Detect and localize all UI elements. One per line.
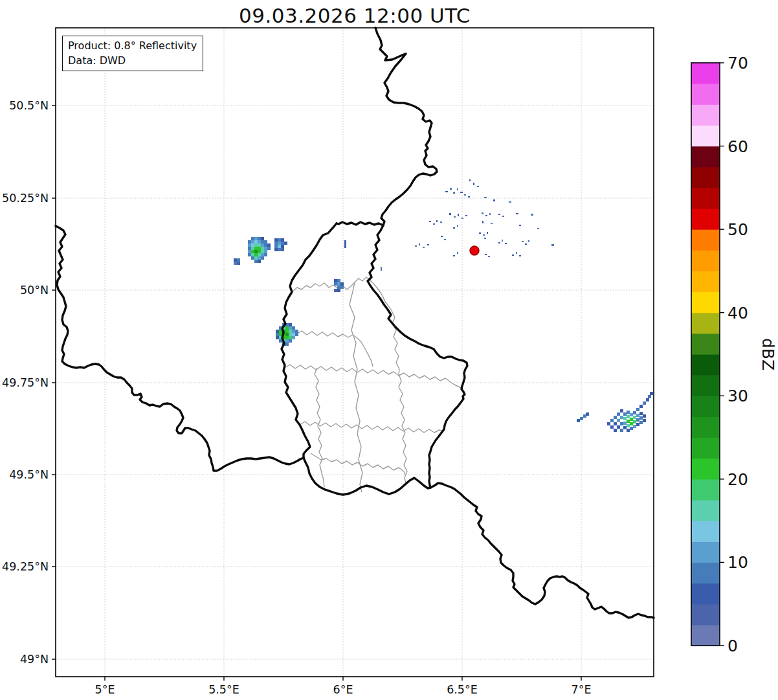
- radar-echo-cell: [643, 414, 646, 418]
- radar-echo-cell: [254, 237, 258, 240]
- radar-echo-cell: [292, 336, 295, 339]
- radar-echo-cell: [633, 420, 636, 423]
- radar-speckle: [469, 179, 471, 181]
- radar-speckle: [537, 228, 539, 229]
- colorbar-segment: [691, 333, 720, 355]
- radar-speckle: [436, 220, 438, 222]
- radar-echo-cell: [267, 243, 271, 247]
- radar-speckle: [453, 227, 455, 229]
- district-border: [311, 453, 405, 475]
- colorbar-segment: [691, 583, 720, 605]
- product-info-line1: Product: 0.8° Reflectivity: [68, 38, 197, 53]
- colorbar-segment: [691, 541, 720, 563]
- radar-echo-cell: [237, 258, 240, 262]
- y-tick-label: 50.5°N: [9, 99, 49, 112]
- radar-speckle: [458, 214, 459, 216]
- radar-echo-cell: [614, 429, 617, 432]
- colorbar-segment: [691, 104, 720, 126]
- radar-speckle: [344, 240, 346, 248]
- radar-echo-cell: [237, 262, 240, 265]
- radar-speckle: [453, 192, 455, 194]
- colorbar-segment: [691, 604, 720, 626]
- radar-echo-cell: [639, 416, 643, 420]
- district-border: [300, 422, 443, 433]
- colorbar-segment: [691, 146, 720, 168]
- radar-echo-cell: [254, 247, 258, 250]
- radar-speckle: [484, 197, 487, 198]
- colorbar-segment: [691, 188, 720, 209]
- radar-echo-cell: [636, 408, 639, 411]
- colorbar-segment: [691, 479, 720, 501]
- colorbar-segment: [691, 292, 720, 313]
- radar-speckle: [477, 186, 479, 187]
- radar-speckle: [429, 221, 431, 222]
- district-border: [286, 331, 373, 367]
- y-tick-label: 49°N: [20, 653, 49, 666]
- country-border: [375, 28, 437, 225]
- radar-echo-cell: [248, 243, 251, 247]
- radar-echo-cell: [627, 429, 630, 432]
- colorbar-tick-label: 60: [728, 137, 748, 156]
- radar-echo-cell: [285, 330, 289, 333]
- colorbar-segment: [691, 229, 720, 251]
- country-border: [430, 483, 654, 618]
- radar-echo-cell: [650, 392, 653, 395]
- product-info-box: Product: 0.8° Reflectivity Data: DWD: [62, 36, 203, 71]
- radar-echo-cell: [627, 411, 630, 414]
- radar-echo-cell: [251, 247, 254, 250]
- radar-echo-cell: [620, 409, 623, 412]
- radar-speckle: [473, 183, 474, 185]
- radar-echo-cell: [340, 286, 344, 289]
- radar-speckle: [461, 218, 463, 219]
- radar-speckle: [445, 191, 448, 192]
- radar-speckle: [441, 236, 443, 237]
- radar-echo-cell: [636, 418, 639, 422]
- radar-speckle: [502, 216, 504, 217]
- radar-echo-cell: [610, 425, 614, 429]
- radar-echo-cell: [630, 422, 633, 425]
- radar-echo-cell: [289, 326, 292, 330]
- radar-echo-cell: [276, 330, 279, 333]
- radar-echo-cell: [334, 282, 337, 286]
- radar-speckle: [522, 241, 524, 242]
- radar-map: 5°E5.5°E6°E6.5°E7°E50.5°N50.25°N50°N49.7…: [0, 0, 778, 700]
- radar-echo-cell: [292, 330, 295, 333]
- radar-echo-cell: [285, 326, 289, 330]
- x-tick-label: 5.5°E: [208, 683, 239, 696]
- radar-speckle: [433, 223, 435, 225]
- radar-echo-cell: [261, 240, 264, 243]
- radar-echo-cell: [627, 424, 630, 427]
- radar-echo-cell: [617, 419, 620, 422]
- radar-echo-cell: [278, 245, 281, 248]
- radar-echo-cell: [630, 418, 633, 421]
- district-border: [315, 368, 324, 487]
- colorbar-segment: [691, 438, 720, 459]
- colorbar-tick-label: 40: [728, 304, 748, 322]
- radar-speckle: [449, 213, 451, 215]
- x-tick-label: 7°E: [572, 683, 592, 696]
- radar-speckle: [505, 243, 507, 244]
- radar-echo-cell: [633, 416, 636, 419]
- plot-frame: [56, 28, 654, 677]
- radar-speckle: [460, 192, 463, 193]
- radar-echo-cell: [337, 279, 340, 282]
- radar-echo-cell: [289, 333, 292, 336]
- radar-speckle: [484, 238, 486, 239]
- radar-speckle: [419, 243, 420, 245]
- radar-speckle: [482, 221, 483, 223]
- colorbar-segment: [691, 250, 720, 271]
- colorbar-segment: [691, 84, 720, 105]
- y-tick-label: 49.25°N: [2, 560, 49, 573]
- radar-echo-cell: [258, 240, 261, 243]
- radar-site-marker: [470, 246, 479, 255]
- radar-echo-cell: [281, 248, 284, 251]
- radar-echo-cell: [285, 339, 289, 343]
- radar-echo-cell: [248, 247, 251, 250]
- radar-echo-cell: [617, 412, 620, 416]
- radar-echo-cell: [278, 242, 281, 245]
- radar-speckle: [485, 254, 487, 255]
- district-border: [350, 282, 362, 492]
- radar-echo-cell: [636, 414, 639, 417]
- radar-echo-cell: [623, 426, 627, 429]
- colorbar-segment: [691, 209, 720, 230]
